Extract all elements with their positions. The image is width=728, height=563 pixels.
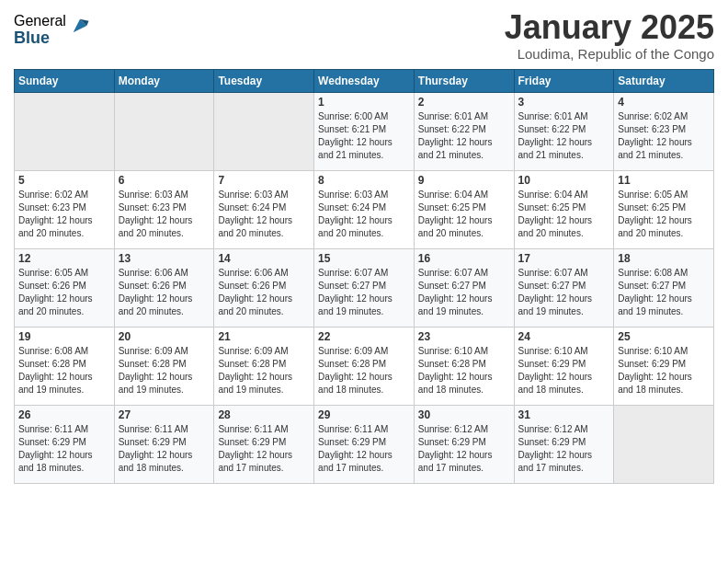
weekday-header-row: Sunday Monday Tuesday Wednesday Thursday…: [15, 69, 714, 92]
day-info: Sunrise: 6:01 AM Sunset: 6:22 PM Dayligh…: [418, 110, 510, 162]
day-number: 4: [618, 96, 710, 109]
calendar-week-1: 5Sunrise: 6:02 AM Sunset: 6:23 PM Daylig…: [15, 170, 714, 248]
day-info: Sunrise: 6:04 AM Sunset: 6:25 PM Dayligh…: [418, 189, 510, 240]
calendar-cell: 14Sunrise: 6:06 AM Sunset: 6:26 PM Dayli…: [214, 248, 314, 327]
calendar-cell: 20Sunrise: 6:09 AM Sunset: 6:28 PM Dayli…: [114, 327, 214, 405]
header-tuesday: Tuesday: [214, 69, 314, 92]
calendar-cell: 8Sunrise: 6:03 AM Sunset: 6:24 PM Daylig…: [314, 170, 415, 248]
day-number: 26: [18, 408, 110, 421]
day-info: Sunrise: 6:02 AM Sunset: 6:23 PM Dayligh…: [18, 189, 110, 240]
logo-blue: Blue: [14, 29, 66, 48]
day-info: Sunrise: 6:11 AM Sunset: 6:29 PM Dayligh…: [218, 423, 310, 475]
day-info: Sunrise: 6:05 AM Sunset: 6:26 PM Dayligh…: [18, 267, 110, 318]
day-number: 24: [518, 330, 610, 343]
header-monday: Monday: [114, 69, 214, 92]
day-info: Sunrise: 6:02 AM Sunset: 6:23 PM Dayligh…: [618, 110, 710, 162]
day-number: 7: [218, 174, 310, 187]
calendar-cell: 27Sunrise: 6:11 AM Sunset: 6:29 PM Dayli…: [114, 405, 214, 483]
day-number: 6: [119, 174, 210, 187]
day-info: Sunrise: 6:09 AM Sunset: 6:28 PM Dayligh…: [119, 345, 210, 396]
title-block: January 2025 Loudima, Republic of the Co…: [505, 9, 714, 62]
day-number: 3: [518, 96, 610, 109]
day-info: Sunrise: 6:03 AM Sunset: 6:23 PM Dayligh…: [119, 189, 210, 240]
calendar-cell: 5Sunrise: 6:02 AM Sunset: 6:23 PM Daylig…: [15, 170, 115, 248]
day-number: 9: [418, 174, 510, 187]
logo-text: General Blue: [14, 13, 66, 47]
day-info: Sunrise: 6:05 AM Sunset: 6:25 PM Dayligh…: [618, 189, 710, 240]
day-info: Sunrise: 6:08 AM Sunset: 6:28 PM Dayligh…: [18, 345, 110, 396]
calendar-week-0: 1Sunrise: 6:00 AM Sunset: 6:21 PM Daylig…: [15, 92, 714, 170]
day-info: Sunrise: 6:04 AM Sunset: 6:25 PM Dayligh…: [518, 189, 610, 240]
day-number: 21: [218, 330, 310, 343]
calendar-cell: 22Sunrise: 6:09 AM Sunset: 6:28 PM Dayli…: [314, 327, 415, 405]
logo-icon: [70, 16, 90, 36]
day-info: Sunrise: 6:06 AM Sunset: 6:26 PM Dayligh…: [218, 267, 310, 318]
day-info: Sunrise: 6:11 AM Sunset: 6:29 PM Dayligh…: [18, 423, 110, 475]
calendar-cell: 3Sunrise: 6:01 AM Sunset: 6:22 PM Daylig…: [514, 92, 614, 170]
header: General Blue January 2025 Loudima, Repub…: [14, 9, 714, 62]
day-number: 12: [18, 252, 110, 265]
day-number: 30: [418, 408, 510, 421]
day-info: Sunrise: 6:07 AM Sunset: 6:27 PM Dayligh…: [518, 267, 610, 318]
calendar-cell: 6Sunrise: 6:03 AM Sunset: 6:23 PM Daylig…: [114, 170, 214, 248]
calendar-cell: 26Sunrise: 6:11 AM Sunset: 6:29 PM Dayli…: [15, 405, 115, 483]
day-number: 2: [418, 96, 510, 109]
calendar-week-2: 12Sunrise: 6:05 AM Sunset: 6:26 PM Dayli…: [15, 248, 714, 327]
calendar-cell: 29Sunrise: 6:11 AM Sunset: 6:29 PM Dayli…: [314, 405, 415, 483]
month-title: January 2025: [505, 9, 714, 46]
header-saturday: Saturday: [614, 69, 714, 92]
day-info: Sunrise: 6:09 AM Sunset: 6:28 PM Dayligh…: [318, 345, 410, 396]
calendar-cell: 25Sunrise: 6:10 AM Sunset: 6:29 PM Dayli…: [614, 327, 714, 405]
header-wednesday: Wednesday: [314, 69, 415, 92]
calendar-cell: [214, 92, 314, 170]
calendar-cell: 19Sunrise: 6:08 AM Sunset: 6:28 PM Dayli…: [15, 327, 115, 405]
calendar-cell: 13Sunrise: 6:06 AM Sunset: 6:26 PM Dayli…: [114, 248, 214, 327]
day-info: Sunrise: 6:09 AM Sunset: 6:28 PM Dayligh…: [218, 345, 310, 396]
day-number: 27: [119, 408, 210, 421]
day-number: 15: [318, 252, 410, 265]
day-number: 22: [318, 330, 410, 343]
day-number: 28: [218, 408, 310, 421]
day-info: Sunrise: 6:07 AM Sunset: 6:27 PM Dayligh…: [318, 267, 410, 318]
header-friday: Friday: [514, 69, 614, 92]
calendar-cell: [15, 92, 115, 170]
logo: General Blue: [14, 13, 90, 47]
day-number: 23: [418, 330, 510, 343]
day-number: 13: [119, 252, 210, 265]
calendar-cell: 15Sunrise: 6:07 AM Sunset: 6:27 PM Dayli…: [314, 248, 415, 327]
day-number: 11: [618, 174, 710, 187]
day-info: Sunrise: 6:10 AM Sunset: 6:28 PM Dayligh…: [418, 345, 510, 396]
day-number: 17: [518, 252, 610, 265]
day-number: 20: [119, 330, 210, 343]
day-number: 1: [318, 96, 410, 109]
calendar-cell: 11Sunrise: 6:05 AM Sunset: 6:25 PM Dayli…: [614, 170, 714, 248]
day-number: 5: [18, 174, 110, 187]
calendar-cell: 1Sunrise: 6:00 AM Sunset: 6:21 PM Daylig…: [314, 92, 415, 170]
header-thursday: Thursday: [414, 69, 514, 92]
day-info: Sunrise: 6:10 AM Sunset: 6:29 PM Dayligh…: [518, 345, 610, 396]
calendar-cell: [114, 92, 214, 170]
calendar-cell: 12Sunrise: 6:05 AM Sunset: 6:26 PM Dayli…: [15, 248, 115, 327]
calendar-cell: 4Sunrise: 6:02 AM Sunset: 6:23 PM Daylig…: [614, 92, 714, 170]
day-number: 14: [218, 252, 310, 265]
calendar-week-3: 19Sunrise: 6:08 AM Sunset: 6:28 PM Dayli…: [15, 327, 714, 405]
location: Loudima, Republic of the Congo: [505, 46, 714, 62]
day-number: 18: [618, 252, 710, 265]
calendar-cell: 16Sunrise: 6:07 AM Sunset: 6:27 PM Dayli…: [414, 248, 514, 327]
day-number: 25: [618, 330, 710, 343]
day-info: Sunrise: 6:08 AM Sunset: 6:27 PM Dayligh…: [618, 267, 710, 318]
calendar-cell: 28Sunrise: 6:11 AM Sunset: 6:29 PM Dayli…: [214, 405, 314, 483]
calendar-cell: 23Sunrise: 6:10 AM Sunset: 6:28 PM Dayli…: [414, 327, 514, 405]
calendar-cell: 30Sunrise: 6:12 AM Sunset: 6:29 PM Dayli…: [414, 405, 514, 483]
day-number: 16: [418, 252, 510, 265]
calendar-cell: 31Sunrise: 6:12 AM Sunset: 6:29 PM Dayli…: [514, 405, 614, 483]
day-info: Sunrise: 6:11 AM Sunset: 6:29 PM Dayligh…: [318, 423, 410, 475]
page: General Blue January 2025 Loudima, Repub…: [0, 0, 728, 563]
day-info: Sunrise: 6:12 AM Sunset: 6:29 PM Dayligh…: [418, 423, 510, 475]
logo-general: General: [14, 13, 66, 29]
day-number: 10: [518, 174, 610, 187]
calendar-cell: 21Sunrise: 6:09 AM Sunset: 6:28 PM Dayli…: [214, 327, 314, 405]
day-info: Sunrise: 6:07 AM Sunset: 6:27 PM Dayligh…: [418, 267, 510, 318]
day-number: 8: [318, 174, 410, 187]
calendar-cell: 7Sunrise: 6:03 AM Sunset: 6:24 PM Daylig…: [214, 170, 314, 248]
